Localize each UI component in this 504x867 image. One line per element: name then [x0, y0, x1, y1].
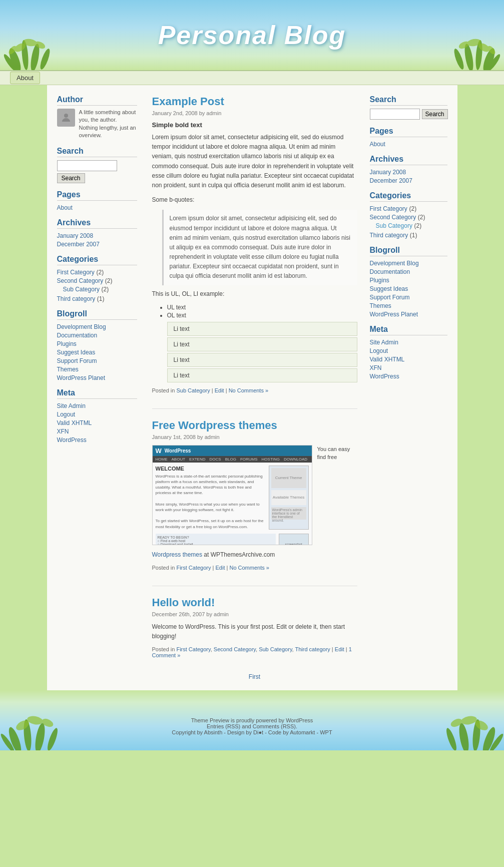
- meta-xhtml-right[interactable]: Valid XHTML: [370, 356, 405, 363]
- list-item: Suggest Ideas: [370, 285, 447, 292]
- post-author-link-1[interactable]: admin: [206, 110, 221, 116]
- post-cat-first-3[interactable]: First Category: [176, 646, 210, 652]
- search-box-left: Search: [57, 160, 137, 183]
- post-cat-sub-3[interactable]: Sub Category: [259, 646, 292, 652]
- meta-wordpress-left[interactable]: WordPress: [57, 437, 87, 444]
- svg-point-31: [444, 727, 458, 751]
- wp-welcome-text: WELCOME: [156, 466, 265, 472]
- post-cat-second-3[interactable]: Second Category: [214, 646, 256, 652]
- cat-sub-count-left: (2): [102, 286, 109, 293]
- blogroll-plugins-left[interactable]: Plugins: [57, 340, 77, 347]
- archive-jan-right[interactable]: January 2008: [370, 169, 406, 176]
- wp-logo-text: WordPress: [165, 448, 191, 454]
- meta-siteadmin-right[interactable]: Site Admin: [370, 339, 398, 346]
- pagination-first[interactable]: First: [249, 673, 260, 680]
- archive-dec-link-left[interactable]: December 2007: [57, 241, 100, 248]
- post-edit-link-3[interactable]: Edit: [335, 646, 344, 652]
- post-wordpress-themes: Free Wordpress themes January 1st, 2008 …: [152, 419, 357, 571]
- blogroll-themes-right[interactable]: Themes: [370, 302, 391, 309]
- meta-siteadmin-left[interactable]: Site Admin: [57, 402, 86, 409]
- cat-second-link-left[interactable]: Second Category: [57, 277, 104, 284]
- post-author-link-3[interactable]: admin: [214, 611, 229, 617]
- meta-xhtml-left[interactable]: Valid XHTML: [57, 419, 92, 426]
- archive-jan-link-left[interactable]: January 2008: [57, 232, 94, 239]
- blogroll-docs-left[interactable]: Documentation: [57, 332, 98, 339]
- wp-nav-docs: DOCS: [210, 457, 221, 462]
- meta-heading-right: Meta: [370, 325, 447, 335]
- list-item: About: [57, 204, 137, 211]
- meta-xfn-left[interactable]: XFN: [57, 428, 69, 435]
- page-about-link-left[interactable]: About: [57, 204, 73, 211]
- wp-description: WordPress is a state-of-the-art semantic…: [156, 474, 265, 530]
- blogroll-support-right[interactable]: Support Forum: [370, 294, 410, 301]
- post-cat-link-2[interactable]: First Category: [176, 565, 211, 571]
- post-title-3: Hello world!: [152, 596, 357, 609]
- search-input-right[interactable]: [370, 109, 420, 120]
- meta-wordpress-right[interactable]: WordPress: [370, 373, 399, 380]
- post-blockquote-1: Lorem ipsum dolor sit amet, consectetur …: [162, 210, 357, 285]
- pages-list-left: About: [57, 204, 137, 211]
- nav-about[interactable]: About: [10, 72, 40, 84]
- blogroll-devblog-left[interactable]: Development Blog: [57, 323, 106, 330]
- post-title-link-3[interactable]: Hello world!: [152, 596, 215, 609]
- blogroll-suggest-left[interactable]: Suggest Ideas: [57, 349, 96, 356]
- post-comments-link-1[interactable]: No Comments »: [229, 387, 268, 393]
- search-heading-right: Search: [370, 95, 447, 106]
- cat-second-right[interactable]: Second Category: [370, 214, 416, 221]
- search-input-left[interactable]: [57, 160, 117, 171]
- list-item: XFN: [370, 364, 447, 371]
- post-author-link-2[interactable]: admin: [205, 434, 220, 440]
- wp-bottom-section: READY TO BEGIN? ○ Find a web host ○ Down…: [156, 534, 309, 545]
- blogroll-themes-left[interactable]: Themes: [57, 366, 79, 373]
- list-item: Li text: [167, 368, 357, 382]
- post-comments-link-2[interactable]: No Comments »: [229, 565, 269, 571]
- cat-first-count-right: (2): [409, 205, 416, 212]
- post-title-2: Free Wordpress themes: [152, 419, 357, 432]
- list-item: Li text: [167, 337, 357, 351]
- list-item: Li text: [167, 322, 357, 336]
- footer-plant-right-icon: [414, 695, 504, 750]
- meta-xfn-right[interactable]: XFN: [370, 364, 382, 371]
- post-edit-link-1[interactable]: Edit: [215, 387, 224, 393]
- cat-sub-link-left[interactable]: Sub Category: [63, 286, 100, 293]
- page-about-link-right[interactable]: About: [370, 141, 385, 148]
- categories-heading-left: Categories: [57, 255, 137, 265]
- themes-archive-link[interactable]: Wordpress themes: [152, 551, 202, 558]
- svg-point-18: [64, 114, 68, 118]
- pagination: First: [152, 673, 357, 680]
- cat-first-right[interactable]: First Category: [370, 205, 407, 212]
- archive-dec-right[interactable]: December 2007: [370, 177, 412, 184]
- post-meta-3: December 26th, 2007 by admin: [152, 611, 357, 617]
- cat-sub-right[interactable]: Sub Category: [376, 222, 412, 229]
- post-edit-link-2[interactable]: Edit: [215, 565, 225, 571]
- blogroll-plugins-right[interactable]: Plugins: [370, 277, 389, 284]
- blogroll-support-left[interactable]: Support Forum: [57, 357, 97, 364]
- list-item: Third category (1): [57, 295, 137, 302]
- main-content: Example Post January 2nd, 2008 by admin …: [145, 95, 365, 680]
- cat-third-right[interactable]: Third category: [370, 232, 408, 239]
- categories-list-right: First Category (2) Second Category (2) S…: [370, 205, 447, 239]
- plant-right-icon: [424, 20, 504, 70]
- list-item: WordPress: [57, 436, 137, 444]
- blogroll-suggest-right[interactable]: Suggest Ideas: [370, 285, 408, 292]
- post-example: Example Post January 2nd, 2008 by admin …: [152, 95, 357, 393]
- blogroll-heading-left: Blogroll: [57, 309, 137, 320]
- wp-nav-home: HOME: [156, 457, 168, 462]
- blogroll-devblog-right[interactable]: Development Blog: [370, 260, 419, 267]
- post-title-link-2[interactable]: Free Wordpress themes: [152, 419, 277, 431]
- post-meta-2: January 1st, 2008 by admin: [152, 434, 357, 440]
- post-cat-link-1[interactable]: Sub Category: [176, 387, 210, 393]
- blogroll-docs-right[interactable]: Documentation: [370, 268, 410, 275]
- cat-first-link-left[interactable]: First Category: [57, 269, 95, 276]
- svg-point-4: [39, 48, 52, 70]
- search-button-right[interactable]: Search: [422, 109, 448, 119]
- meta-logout-left[interactable]: Logout: [57, 411, 76, 418]
- meta-logout-right[interactable]: Logout: [370, 347, 388, 354]
- post-title-link-1[interactable]: Example Post: [152, 95, 224, 108]
- blogroll-wpplanet-right[interactable]: WordPress Planet: [370, 311, 418, 318]
- blogroll-wpplanet-left[interactable]: WordPress Planet: [57, 374, 106, 381]
- post-cat-third-3[interactable]: Third category: [295, 646, 330, 652]
- search-button-left[interactable]: Search: [57, 173, 85, 183]
- cat-third-link-left[interactable]: Third category: [57, 295, 96, 302]
- list-item: Logout: [57, 410, 137, 418]
